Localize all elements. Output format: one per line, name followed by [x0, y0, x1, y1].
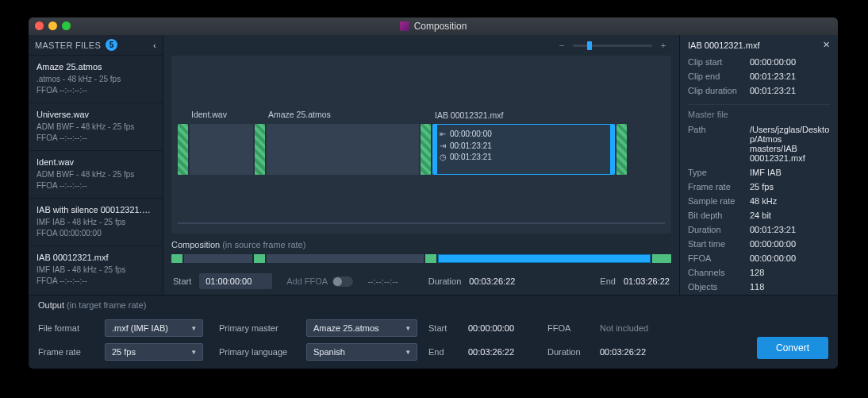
file-ffoa: FFOA --:--:--:-- — [36, 180, 155, 191]
clip-info: ⇤00:00:00:00 ⇥00:01:23:21 ◷00:01:23:21 — [433, 125, 614, 168]
file-item[interactable]: IAB 00012321.mxf IMF IAB - 48 kHz - 25 f… — [29, 246, 163, 293]
chevron-down-icon: ▾ — [192, 324, 196, 332]
clip-label: IAB 00012321.mxf — [435, 110, 503, 120]
sidebar-header: MASTER FILES 5 ‹ — [29, 35, 163, 56]
file-format: IMF IAB - 48 kHz - 25 fps — [36, 265, 155, 276]
clip-duration-icon: ◷ — [440, 152, 447, 164]
file-item[interactable]: Ident.wav ADM BWF - 48 kHz - 25 fps FFOA… — [29, 151, 163, 199]
out-dur-label: Duration — [547, 347, 592, 357]
clip-handle[interactable] — [616, 124, 627, 175]
file-ffoa: FFOA --:--:--:-- — [36, 276, 155, 287]
file-name: Ident.wav — [36, 157, 155, 167]
main-panel: − + Ident.wav Amaze 25.atmos — [163, 35, 679, 295]
chevron-down-icon: ▾ — [192, 348, 196, 356]
sidebar: MASTER FILES 5 ‹ Amaze 25.atmos .atmos -… — [29, 35, 163, 295]
primary-master-label: Primary master — [219, 323, 295, 333]
out-ffoa-value: Not included — [600, 323, 671, 333]
file-name: IAB with silence 00012321.mxf — [36, 205, 155, 214]
out-end-value: 00:03:26:22 — [468, 347, 540, 357]
out-start-label: Start — [428, 323, 460, 333]
clip-selected[interactable]: IAB 00012321.mxf ⇤00:00:00:00 ⇥00:01:23:… — [432, 124, 615, 175]
start-input[interactable] — [199, 273, 272, 289]
out-ffoa-label: FFOA — [547, 323, 592, 333]
minimize-window-button[interactable] — [48, 21, 57, 30]
duration-label: Duration — [428, 276, 462, 286]
add-ffoa-button[interactable]: Add FFOA — [280, 273, 359, 290]
clip-handle[interactable] — [255, 124, 265, 175]
titlebar: Composition — [29, 17, 838, 35]
collapse-sidebar-button[interactable]: ‹ — [153, 41, 156, 50]
file-item[interactable]: IAB with silence 00012321.mxf IMF IAB - … — [29, 199, 163, 246]
file-name: Amaze 25.atmos — [36, 62, 155, 71]
output-panel: Output (in target frame rate) File forma… — [29, 295, 838, 369]
sidebar-count-badge: 5 — [106, 39, 117, 51]
primary-language-label: Primary language — [219, 347, 295, 357]
sidebar-title: MASTER FILES — [35, 41, 101, 50]
clip-handle[interactable] — [421, 124, 431, 175]
frame-rate-label: Frame rate — [38, 347, 94, 357]
chevron-down-icon: ▾ — [406, 324, 410, 332]
start-label: Start — [173, 276, 191, 286]
clip-label: Ident.wav — [191, 110, 227, 119]
app-icon — [400, 21, 409, 31]
out-dur-value: 00:03:26:22 — [600, 347, 671, 357]
clip-start-icon: ⇤ — [440, 129, 447, 141]
window-title-text: Composition — [414, 21, 467, 32]
output-title: Output — [38, 300, 64, 310]
file-name: IAB 00012321.mxf — [36, 253, 155, 262]
primary-language-select[interactable]: Spanish▾ — [306, 343, 417, 361]
file-ffoa: FFOA --:--:--:-- — [36, 85, 155, 96]
time-bar: Start Add FFOA --:--:--:-- Duration 00:0… — [163, 268, 679, 295]
app-window: Composition MASTER FILES 5 ‹ Amaze 25.at… — [29, 17, 838, 369]
end-label: End — [600, 276, 616, 286]
file-format: IMF IAB - 48 kHz - 25 fps — [36, 217, 155, 228]
sidebar-list: Amaze 25.atmos .atmos - 48 kHz - 25 fps … — [29, 56, 163, 293]
file-format-select[interactable]: .mxf (IMF IAB)▾ — [105, 319, 203, 337]
file-format-label: File format — [38, 323, 94, 333]
composition-hint: (in source frame rate) — [222, 240, 305, 249]
file-item[interactable]: Universe.wav ADM BWF - 48 kHz - 25 fps F… — [29, 103, 163, 151]
file-ffoa: FFOA --:--:--:-- — [36, 133, 155, 144]
inspector-section-label: Master file — [688, 104, 830, 119]
file-format: .atmos - 48 kHz - 25 fps — [36, 74, 155, 85]
inspector-title: IAB 00012321.mxf — [688, 41, 760, 50]
end-value: 01:03:26:22 — [624, 276, 670, 286]
clip[interactable]: Amaze 25.atmos — [267, 124, 419, 175]
clip-handle[interactable] — [178, 124, 188, 175]
composition-lane: Composition (in source frame rate) — [171, 240, 671, 263]
inspector-panel: IAB 00012321.mxf ✕ Clip start00:00:00:00… — [679, 35, 838, 295]
composition-label: Composition — [171, 240, 220, 249]
close-window-button[interactable] — [35, 21, 44, 30]
file-ffoa: FFOA 00:00:00:00 — [36, 228, 155, 239]
out-end-label: End — [428, 347, 460, 357]
zoom-out-button[interactable]: − — [557, 41, 567, 50]
clip[interactable]: Ident.wav — [190, 124, 253, 175]
output-hint: (in target frame rate) — [67, 300, 146, 310]
timeline-scrollbar[interactable] — [178, 222, 665, 224]
frame-rate-select[interactable]: 25 fps▾ — [105, 343, 203, 361]
clip-label: Amaze 25.atmos — [268, 110, 331, 119]
chevron-down-icon: ▾ — [406, 348, 410, 356]
zoom-in-button[interactable]: + — [659, 41, 668, 50]
file-format: ADM BWF - 48 kHz - 25 fps — [36, 122, 155, 133]
convert-button[interactable]: Convert — [757, 337, 828, 359]
file-name: Universe.wav — [36, 110, 155, 119]
zoom-window-button[interactable] — [62, 21, 71, 30]
file-item[interactable]: Amaze 25.atmos .atmos - 48 kHz - 25 fps … — [29, 56, 163, 103]
zoom-slider[interactable] — [573, 44, 652, 47]
clip-end-icon: ⇥ — [440, 141, 447, 153]
primary-master-select[interactable]: Amaze 25.atmos▾ — [306, 319, 417, 337]
duration-value: 00:03:26:22 — [469, 276, 515, 286]
file-format: ADM BWF - 48 kHz - 25 fps — [36, 169, 155, 180]
ffoa-blank: --:--:--:-- — [367, 276, 398, 286]
window-title: Composition — [400, 21, 467, 32]
out-start-value: 00:00:00:00 — [468, 323, 540, 333]
composition-track[interactable] — [171, 254, 671, 263]
ffoa-toggle[interactable] — [332, 276, 353, 287]
timeline-canvas[interactable]: Ident.wav Amaze 25.atmos IAB 00012321.mx… — [171, 56, 671, 234]
close-inspector-button[interactable]: ✕ — [823, 40, 830, 50]
traffic-lights — [35, 21, 71, 30]
zoom-bar: − + — [163, 35, 679, 56]
